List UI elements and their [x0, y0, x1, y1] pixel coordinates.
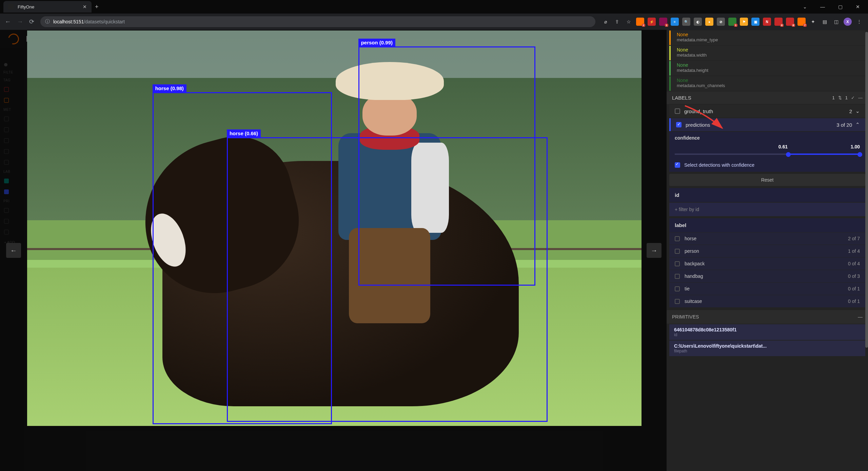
chevron-down-icon[interactable]: ⌄: [855, 108, 860, 114]
label-value-row[interactable]: horse2 of 7: [669, 232, 865, 245]
checkbox[interactable]: [675, 261, 680, 266]
label-field-ground-truth[interactable]: ground_truth 2 ⌄: [669, 105, 865, 118]
url-path: /datasets/quickstart: [84, 19, 125, 24]
next-sample-button[interactable]: →: [647, 243, 662, 258]
detection-bbox[interactable]: horse (0.66): [227, 137, 548, 422]
filter-by-id-input[interactable]: + filter by id: [669, 203, 865, 216]
back-button[interactable]: ←: [5, 18, 11, 25]
favicon-icon: [8, 4, 14, 9]
extension-icon[interactable]: 1: [636, 18, 644, 26]
extension-icon[interactable]: ⚑: [740, 18, 748, 26]
extension-icon[interactable]: ⊘: [717, 18, 725, 26]
sample-modal: ← person (0.99)horse: [0, 30, 868, 471]
site-info-icon[interactable]: ⓘ: [45, 19, 50, 25]
metadata-field[interactable]: None metadata.mime_type: [669, 30, 865, 45]
labels-section-header[interactable]: LABELS 1 ⇅ 1 ✓ —: [667, 91, 868, 104]
reading-list-icon[interactable]: ▤: [821, 18, 829, 26]
label-name: backpack: [685, 261, 705, 266]
extension-icon[interactable]: 8: [786, 18, 794, 26]
kebab-menu-icon[interactable]: ⋮: [855, 18, 863, 26]
metadata-field[interactable]: None metadata.num_channels: [669, 76, 865, 91]
maximize-icon[interactable]: ▢: [837, 4, 844, 9]
primitive-field[interactable]: C:\Users\Lenovo\fiftyone\quickstart\dat.…: [669, 341, 865, 356]
new-tab-button[interactable]: +: [95, 3, 99, 11]
label-name: handbag: [685, 273, 703, 279]
label-value-row[interactable]: tie0 of 1: [669, 283, 865, 295]
minus-icon[interactable]: —: [858, 95, 863, 100]
extension-icon[interactable]: 1: [728, 18, 736, 26]
profile-avatar[interactable]: X: [844, 18, 852, 26]
label-field-predictions[interactable]: predictions 3 of 20 ⌃: [669, 118, 865, 131]
extension-icon[interactable]: ≡: [671, 18, 679, 26]
label-value-row[interactable]: person1 of 4: [669, 245, 865, 257]
label-value-row[interactable]: handbag0 of 3: [669, 270, 865, 282]
confidence-slider[interactable]: 0.61 1.00: [675, 144, 860, 156]
minimize-icon[interactable]: ―: [819, 4, 826, 9]
extension-icon[interactable]: 1: [659, 18, 667, 26]
check-icon[interactable]: ✓: [851, 95, 855, 100]
tab-title: FiftyOne: [18, 4, 79, 9]
id-filter-header[interactable]: id: [669, 188, 865, 202]
label-filter-header[interactable]: label: [669, 218, 865, 232]
close-icon[interactable]: ✕: [83, 4, 87, 9]
primitives-section-header[interactable]: PRIMITIVES —: [667, 310, 868, 324]
extension-icon[interactable]: ▣: [751, 18, 760, 26]
extension-icon[interactable]: 🔍: [682, 18, 690, 26]
extensions-puzzle-icon[interactable]: ✦: [809, 18, 817, 26]
metadata-field[interactable]: None metadata.height: [669, 61, 865, 76]
sample-image[interactable]: person (0.99)horse (0.98)horse (0.66): [27, 30, 642, 426]
primitive-field[interactable]: 646104878d8c08e1213580f1 id: [669, 324, 865, 340]
slider-thumb-high[interactable]: [857, 152, 862, 157]
address-bar[interactable]: ⓘ localhost:5151/datasets/quickstart: [40, 16, 595, 27]
filter-icon[interactable]: ⇅: [838, 95, 842, 100]
browser-toolbar: ← → ⟳ ⓘ localhost:5151/datasets/quicksta…: [0, 14, 868, 30]
checkbox[interactable]: [675, 162, 680, 168]
checkbox[interactable]: [675, 274, 680, 279]
chevron-up-icon[interactable]: ⌃: [855, 122, 860, 128]
sample-sidebar[interactable]: None metadata.mime_type None metadata.wi…: [667, 30, 868, 471]
bookmark-icon[interactable]: ☆: [625, 18, 633, 26]
checkbox[interactable]: [676, 122, 682, 127]
label-count: 0 of 1: [848, 299, 860, 304]
window-close-icon[interactable]: ✕: [854, 4, 861, 9]
label-count: 0 of 3: [848, 273, 860, 279]
checkbox[interactable]: [675, 236, 680, 241]
label-value-row[interactable]: suitcase0 of 1: [669, 295, 865, 307]
reload-button[interactable]: ⟳: [29, 18, 34, 25]
label-count: 2 of 7: [848, 236, 860, 241]
detection-label: person (0.99): [358, 39, 395, 46]
metadata-field[interactable]: None metadata.width: [669, 46, 865, 60]
browser-tab[interactable]: FiftyOne ✕: [3, 1, 92, 13]
extension-icon[interactable]: ◐: [694, 18, 702, 26]
label-value-row[interactable]: backpack0 of 4: [669, 258, 865, 270]
label-name: tie: [685, 286, 690, 291]
select-detections-toggle[interactable]: Select detections with confidence: [669, 158, 865, 172]
scrollbar[interactable]: [865, 31, 868, 470]
label-name: suitcase: [685, 299, 702, 304]
extension-icon[interactable]: 7: [797, 18, 806, 26]
extension-icon[interactable]: N: [763, 18, 771, 26]
checkbox[interactable]: [675, 249, 680, 254]
minus-icon[interactable]: —: [858, 314, 863, 320]
label-count: 0 of 4: [848, 261, 860, 266]
reset-button[interactable]: Reset: [669, 174, 865, 186]
side-panel-icon[interactable]: ◫: [832, 18, 840, 26]
checkbox[interactable]: [675, 286, 680, 291]
extension-icon[interactable]: ●: [705, 18, 713, 26]
confidence-filter: confidence 0.61 1.00: [669, 132, 865, 158]
label-count: 0 of 1: [848, 286, 860, 291]
label-name: horse: [685, 236, 696, 241]
app-root: FiftyOne quickstart + add stage ✕ ? Have…: [0, 30, 868, 471]
chevron-down-icon[interactable]: ⌄: [802, 4, 808, 9]
checkbox[interactable]: [675, 299, 680, 304]
translate-icon[interactable]: ⌀: [601, 18, 610, 26]
checkbox[interactable]: [675, 108, 680, 114]
slider-thumb-low[interactable]: [786, 152, 791, 157]
extension-icon[interactable]: ⚡: [648, 18, 656, 26]
toolbar-actions: ⌀ ⇪ ☆ 1 ⚡ 1 ≡ 🔍 ◐ ● ⊘ 1 ⚑ ▣ N 0 8 7 ✦ ▤ …: [601, 18, 863, 26]
forward-button: →: [17, 18, 23, 25]
prev-sample-button[interactable]: ←: [6, 243, 21, 258]
label-name: person: [685, 248, 699, 254]
share-icon[interactable]: ⇪: [613, 18, 621, 26]
extension-icon[interactable]: 0: [774, 18, 783, 26]
